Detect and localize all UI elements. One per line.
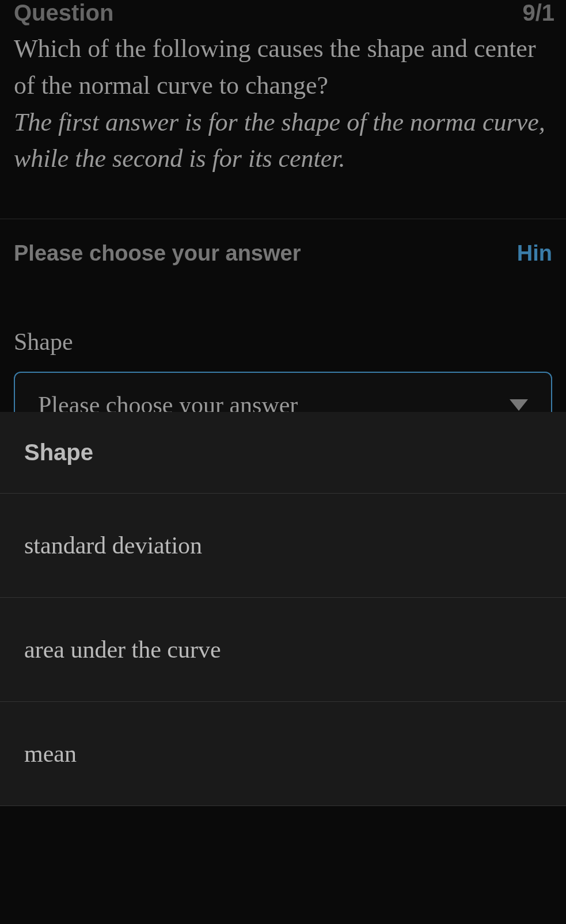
answer-prompt-row: Please choose your answer Hin	[14, 241, 552, 266]
answer-section: Please choose your answer Hin Shape Plea…	[0, 219, 566, 438]
answer-prompt: Please choose your answer	[14, 241, 301, 266]
options-header: Shape	[0, 412, 566, 494]
hint-link[interactable]: Hin	[517, 241, 552, 266]
chevron-down-icon	[510, 399, 528, 411]
option-mean[interactable]: mean	[0, 702, 566, 806]
options-header-label: Shape	[24, 440, 93, 465]
option-area-under-curve[interactable]: area under the curve	[0, 598, 566, 702]
option-text: mean	[24, 740, 77, 767]
option-standard-deviation[interactable]: standard deviation	[0, 494, 566, 598]
question-header: Question 9/1 Which of the following caus…	[0, 0, 566, 177]
question-label: Question	[14, 0, 552, 26]
question-hint: The first answer is for the shape of the…	[14, 104, 552, 178]
shape-field-label: Shape	[14, 328, 552, 356]
option-text: standard deviation	[24, 532, 202, 559]
dropdown-options-panel: Shape standard deviation area under the …	[0, 412, 566, 806]
option-text: area under the curve	[24, 636, 221, 663]
question-counter: 9/1	[522, 0, 554, 26]
question-text: Which of the following causes the shape …	[14, 30, 552, 104]
